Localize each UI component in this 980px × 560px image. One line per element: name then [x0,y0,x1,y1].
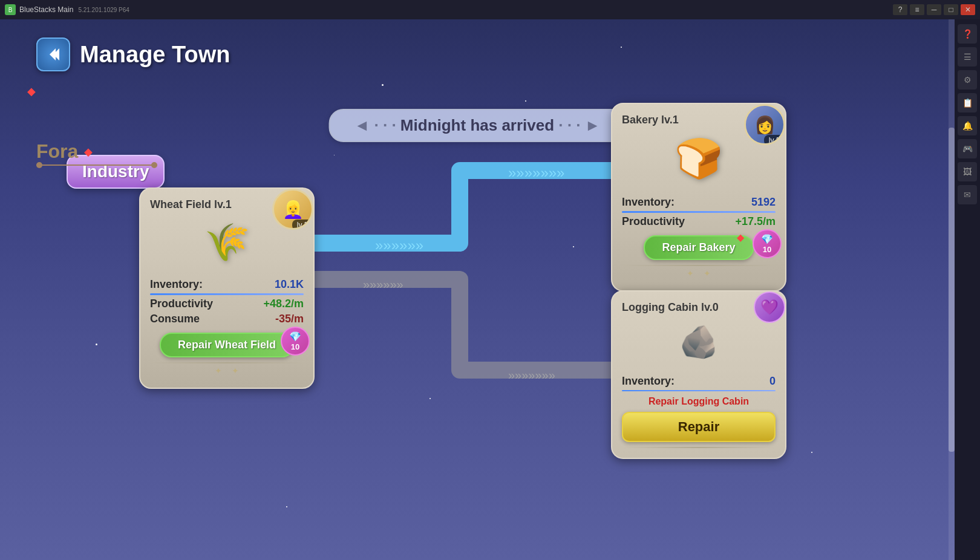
fora-area: Fora ◆ [36,140,93,163]
bakery-card: 👩 lv.16 Bakery lv.1 🍞 Inventory: 5192 Pr… [611,103,786,291]
wheat-bottom-stars: ✦ ✦ [150,363,304,378]
app-version: 5.21.201.1029 P64 [78,7,129,13]
bakery-inventory-bar [622,211,776,213]
bakery-productivity-label: Productivity [622,215,685,228]
bakery-repair-gem-icon: 💎 [761,233,773,245]
bakery-inventory-label: Inventory: [622,196,675,209]
stone-icon: 🪨 [679,324,719,360]
wheat-repair-cost: 💎 10 [281,327,310,356]
wheat-repair-cost-value: 10 [291,342,299,351]
logging-stats: Inventory: 0 [622,375,776,391]
bakery-stats: Inventory: 5192 Productivity +17.5/m [622,196,776,228]
wheat-consume-row: Consume -35/m [150,313,304,325]
logging-inventory-bar [622,390,776,391]
sidebar-icon-1[interactable]: ❓ [958,24,977,44]
sidebar-icon-8[interactable]: ✉ [958,185,977,204]
star-center: ✦ [232,366,239,376]
bakery-inventory-row: Inventory: 5192 [622,196,776,209]
logging-inventory-label: Inventory: [622,375,675,388]
app-icon: B [5,4,16,15]
page-title-area: Manage Town [36,37,230,71]
app-name: BlueStacks Main [19,5,73,14]
logging-inventory-value: 0 [769,375,776,388]
bread-icon: 🍞 [675,136,723,181]
wheat-repair-container: Repair Wheat Field 💎 10 [150,333,304,357]
repair-gem-icon: 💎 [289,331,301,342]
game-area: Manage Town Industry ◆ Fora ◆ ◄ · · · Mi… [0,19,955,560]
svg-text:B: B [8,7,13,13]
midnight-banner: ◄ · · · Midnight has arrived · · · ► [329,109,626,142]
bakery-star-right: ✦ [704,269,711,278]
scrollbar[interactable] [949,19,955,560]
wheat-inventory-value: 10.1K [275,278,304,291]
logging-gem-icon: 💜 [754,291,785,323]
logging-repair-button[interactable]: Repair [622,412,776,442]
wheat-inventory-row: Inventory: 10.1K [150,278,304,291]
bakery-bottom-stars: ✦ ✦ [622,266,776,281]
logging-card-title: Logging Cabin lv.0 [622,301,776,314]
stone-icon-area: 🪨 [622,314,776,370]
star-left: ✦ [215,366,222,376]
sidebar-icon-4[interactable]: 📋 [958,93,977,112]
fora-label: Fora [36,140,78,163]
wheat-inventory-label: Inventory: [150,278,203,291]
wheat-productivity-value: +48.2/m [263,298,304,310]
logging-inventory-row: Inventory: 0 [622,375,776,388]
bakery-inventory-value: 5192 [751,196,776,209]
wheat-icon: 🌾 [204,221,250,264]
wheat-avatar: 👱‍♀️ lv.16 [272,189,313,230]
bakery-star-left: ✦ [687,269,694,278]
right-sidebar: ❓ ☰ ⚙ 📋 🔔 🎮 🖼 ✉ [955,19,980,560]
bakery-productivity-value: +17.5/m [735,215,776,228]
midnight-left-arrows: ◄ · · · [354,116,396,134]
scrollbar-thumb[interactable] [949,128,955,452]
bakery-card-inner: 👩 lv.16 Bakery lv.1 [622,114,776,126]
bakery-avatar: 👩 lv.16 [744,104,785,145]
minimize-button[interactable]: ─ [927,4,941,15]
menu-button[interactable]: ≡ [910,4,924,15]
sidebar-icon-6[interactable]: 🎮 [958,139,977,158]
sidebar-icon-7[interactable]: 🖼 [958,162,977,181]
midnight-right-arrows: · · · ► [558,116,600,134]
wheat-productivity-label: Productivity [150,298,213,310]
window-controls: ? ≡ ─ □ ✕ [893,4,975,15]
logging-card-inner: 💜 Logging Cabin lv.0 [622,301,776,314]
bakery-repair-cost-value: 10 [763,245,771,254]
bakery-repair-container: Repair Bakery 💎 10 ◆ [622,235,776,260]
wheat-avatar-face: 👱‍♀️ [283,200,304,220]
titlebar: B BlueStacks Main 5.21.201.1029 P64 ? ≡ … [0,0,980,19]
fora-line [36,164,157,166]
logging-repair-text: Repair Logging Cabin [622,396,776,407]
bakery-repair-diamond: ◆ [737,232,744,243]
wheat-consume-value: -35/m [275,313,304,325]
midnight-text: Midnight has arrived [400,116,554,134]
bakery-repair-cost: 💎 10 [753,229,782,258]
help-button[interactable]: ? [893,4,907,15]
wheat-productivity-row: Productivity +48.2/m [150,298,304,310]
back-button[interactable] [36,37,70,71]
wheat-card-inner: 👱‍♀️ lv.16 Wheat Field lv.1 [150,198,304,211]
maximize-button[interactable]: □ [944,4,958,15]
bakery-avatar-face: 👩 [754,115,776,135]
close-button[interactable]: ✕ [961,4,975,15]
wheat-stats: Inventory: 10.1K Productivity +48.2/m Co… [150,278,304,325]
fora-diamond-icon: ◆ [84,145,93,158]
logging-bottom-line [622,447,776,448]
logging-cabin-card: 💜 Logging Cabin lv.0 🪨 Inventory: 0 Repa… [611,290,786,459]
wheat-field-card: 👱‍♀️ lv.16 Wheat Field lv.1 🌾 Inventory:… [139,187,315,389]
sidebar-icon-3[interactable]: ⚙ [958,70,977,90]
wheat-inventory-bar [150,293,304,295]
bakery-productivity-row: Productivity +17.5/m [622,215,776,228]
wheat-repair-button[interactable]: Repair Wheat Field [160,333,294,357]
industry-diamond-icon: ◆ [27,85,36,98]
wheat-consume-label: Consume [150,313,200,325]
page-title: Manage Town [80,42,230,68]
sidebar-icon-5[interactable]: 🔔 [958,116,977,135]
sidebar-icon-2[interactable]: ☰ [958,47,977,67]
